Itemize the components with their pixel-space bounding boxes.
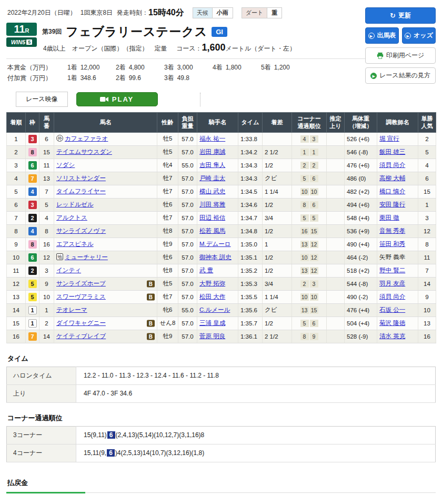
horse-name-link[interactable]: ソダシ	[56, 162, 75, 168]
margin: クビ	[263, 172, 292, 185]
local-horse-mark: 地	[56, 253, 63, 260]
refresh-button[interactable]: ↻ 更新	[365, 7, 436, 24]
trainer-link[interactable]: 栗田 徹	[379, 214, 399, 221]
column-header: 着順	[7, 113, 26, 133]
trainer-link[interactable]: 飯田 雄三	[379, 149, 405, 155]
jockey-link[interactable]: C.ルメール	[199, 307, 230, 313]
corner-positions: 23	[292, 277, 327, 290]
jockey-link[interactable]: 松若 風馬	[199, 228, 225, 234]
chevron-right-icon: ▶	[370, 73, 377, 79]
jockey-link[interactable]: 横山 武史	[199, 188, 225, 194]
trainer-link[interactable]: 安田 隆行	[379, 201, 405, 207]
frame-badge: 7	[28, 174, 37, 183]
horse-name-link[interactable]: アルクトス	[56, 214, 87, 221]
trainer-link[interactable]: 高柳 大輔	[379, 175, 405, 181]
horse-name-link[interactable]: レッドルゼル	[56, 201, 94, 207]
jockey-cell: C.ルメール	[197, 303, 238, 317]
win-popularity: 5	[418, 145, 436, 159]
jockey-link[interactable]: 田辺 裕信	[199, 214, 225, 221]
trainer-link[interactable]: 須貝 尚介	[379, 293, 405, 300]
horse-name-link[interactable]: サンライズノヴァ	[56, 228, 106, 234]
printer-icon	[377, 52, 384, 59]
jockey-link[interactable]: 川田 将雅	[199, 201, 225, 207]
frame-number: 4	[26, 224, 39, 238]
prize-place: 4着	[213, 64, 223, 71]
sex-age: 牡9	[157, 330, 178, 343]
margin: 1	[263, 238, 292, 251]
jockey-link[interactable]: 福永 祐一	[199, 135, 225, 142]
win-popularity: 6	[418, 172, 436, 185]
frame-badge: 3	[28, 201, 37, 209]
corner3-position: 5	[300, 320, 309, 327]
jockey-link[interactable]: 岩田 康誠	[199, 149, 225, 155]
margin: 3/4	[263, 277, 292, 290]
horse-name-link[interactable]: インティ	[56, 267, 81, 273]
column-header: 馬体重 （増減）	[345, 113, 377, 133]
last-furlongs-value: 4F 47.0 - 3F 34.6	[76, 384, 436, 402]
horse-name-link[interactable]: カフェファラオ	[65, 135, 108, 142]
jockey-link[interactable]: 菅原 明良	[199, 333, 225, 339]
frame-number: 7	[26, 330, 39, 343]
prize-place: 5着	[261, 64, 271, 71]
finish-time: 1:35.3	[238, 277, 263, 290]
horse-name-cell: エアスピネル	[54, 238, 157, 251]
horse-weight: 504 (+4)	[345, 317, 377, 330]
race-video-label-button[interactable]: レース映像	[16, 92, 68, 107]
margin: 1/2	[263, 224, 292, 238]
sex-age: 牡8	[157, 264, 178, 277]
horse-name-link[interactable]: テオレーマ	[56, 307, 87, 313]
odds-button[interactable]: ▶ オッズ	[402, 27, 436, 44]
prize-place: 2着	[116, 64, 126, 71]
sex-age: 牡9	[157, 238, 178, 251]
corner3-value: 15(9,11)6(2,4,13)(5,14)(10,12,7)(3,1,16)…	[76, 426, 436, 444]
trainer-link[interactable]: 笹田 和秀	[379, 241, 405, 247]
trainer-link[interactable]: 石坂 公一	[379, 307, 405, 313]
trainer-link[interactable]: 須貝 尚介	[379, 162, 405, 168]
jockey-link[interactable]: 松田 大作	[199, 293, 225, 300]
horse-name-link[interactable]: ソリストサンダー	[56, 175, 106, 181]
jockey-link[interactable]: 御神本 訓史	[199, 254, 232, 260]
trainer-link[interactable]: 羽月 友彦	[379, 280, 405, 286]
horse-name-link[interactable]: タイムフライヤー	[56, 188, 106, 194]
horse-name-link[interactable]: ダイワキャグニー	[56, 320, 106, 326]
horse-number: 16	[39, 238, 54, 251]
horse-number: 15	[39, 145, 54, 159]
jockey-cell: 福永 祐一	[197, 132, 238, 145]
race-title: フェブラリーステークス	[66, 24, 207, 40]
jockey-cell: 吉田 隼人	[197, 159, 238, 172]
jockey-link[interactable]: 戸崎 圭太	[199, 175, 225, 181]
result-row: 1259サンライズホープB牡557.0大野 拓弥1:35.33/423544 (…	[7, 277, 436, 290]
trainer-link[interactable]: 菊沢 隆徳	[379, 320, 405, 326]
frame-badge: 6	[28, 161, 37, 170]
horse-name-link[interactable]: サンライズホープ	[56, 280, 106, 286]
prize-money-block: 本賞金（万円） 1着12,0002着4,8003着3,0004着1,8005着1…	[6, 58, 365, 83]
corner3-position: 4	[300, 135, 309, 143]
trainer-cell: 羽月 友彦	[377, 277, 418, 290]
trainer-link[interactable]: 堀 宣行	[379, 135, 399, 142]
corner4-position: 1	[310, 149, 318, 156]
horse-name-link[interactable]: エアスピネル	[56, 241, 94, 247]
horse-name-link[interactable]: ケイティブレイブ	[56, 333, 106, 339]
trainer-link[interactable]: 清水 英克	[379, 333, 405, 339]
corner4-position: 12	[310, 267, 318, 274]
jockey-link[interactable]: 大野 拓弥	[199, 280, 225, 286]
corner4-position: 5	[310, 214, 318, 222]
jockey-link[interactable]: 三浦 皇成	[199, 320, 225, 326]
racecard-button[interactable]: ▶ 出馬表	[365, 27, 399, 44]
trainer-link[interactable]: 野中 賢二	[379, 267, 405, 273]
trainer-link[interactable]: 音無 秀孝	[379, 228, 405, 234]
horse-name-link[interactable]: テイエムサウスダン	[56, 149, 112, 155]
corner4-position: 12	[310, 254, 318, 261]
margin: 1/2	[263, 198, 292, 211]
prize-amount: 1,800	[226, 64, 242, 71]
horse-name-link[interactable]: ミューチャリー	[65, 254, 108, 260]
trainer-link[interactable]: 橋口 慎介	[379, 188, 405, 194]
jockey-link[interactable]: 武 豊	[199, 267, 213, 273]
print-page-button[interactable]: 印刷用ページ	[365, 47, 436, 64]
frame-badge: 8	[28, 240, 37, 249]
play-video-button[interactable]: PLAY	[76, 92, 158, 106]
horse-name-link[interactable]: スワーヴアラミス	[56, 293, 106, 300]
jockey-link[interactable]: 吉田 隼人	[199, 162, 225, 168]
result-guide-button[interactable]: ▶ レース結果の見方	[365, 67, 436, 84]
jockey-link[interactable]: M.デムーロ	[199, 241, 231, 247]
